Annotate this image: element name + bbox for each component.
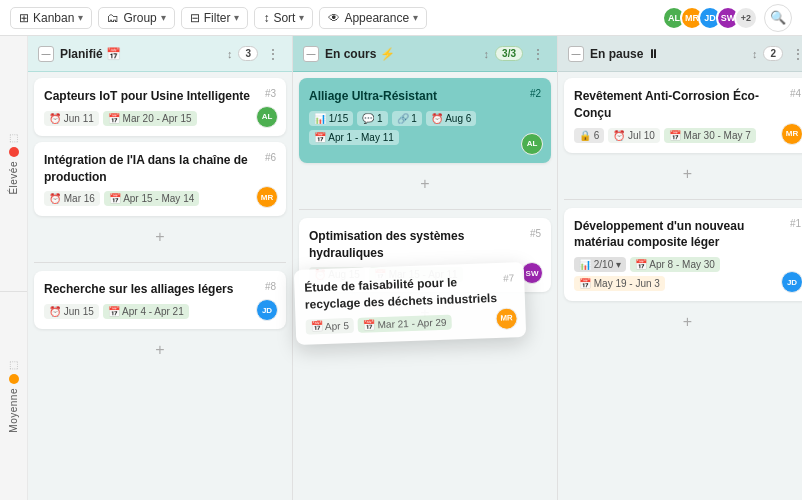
card-title: Optimisation des systèmes hydrauliques bbox=[309, 228, 524, 262]
add-card-btn-elevee-encours[interactable]: + bbox=[299, 169, 551, 199]
progress-tag: 📊 1/15 bbox=[309, 111, 353, 126]
collapse-btn[interactable]: — bbox=[38, 46, 54, 62]
column-menu-icon[interactable]: ⋮ bbox=[529, 46, 547, 62]
priority-dot-moyenne bbox=[9, 374, 19, 384]
card-alliage-ultra[interactable]: Alliage Ultra-Résistant #2 📊 1/15 💬 1 🔗 … bbox=[299, 78, 551, 163]
card-meta: 📊 2/10 ▾ 📅 Apr 8 - May 30 📅 May 19 - Jun… bbox=[574, 257, 801, 291]
column-menu-icon[interactable]: ⋮ bbox=[264, 46, 282, 62]
card-avatar: AL bbox=[521, 133, 543, 155]
chevron-down-icon: ▾ bbox=[234, 12, 239, 23]
column-count-encours: 3/3 bbox=[495, 46, 523, 61]
search-button[interactable]: 🔍 bbox=[764, 4, 792, 32]
column-title-enpause: En pause ⏸ bbox=[590, 47, 746, 61]
date-range-tag: 📅 Mar 21 - Apr 29 bbox=[358, 314, 452, 332]
card-id: #3 bbox=[265, 88, 276, 99]
card-ia-chaine[interactable]: Intégration de l'IA dans la chaîne de pr… bbox=[34, 142, 286, 217]
progress-tag: 📊 2/10 ▾ bbox=[574, 257, 626, 272]
date-range-tag: 📅 Apr 1 - May 11 bbox=[309, 130, 399, 145]
add-card-btn-moyenne-planifie[interactable]: + bbox=[34, 335, 286, 365]
card-title: Recherche sur les alliages légers bbox=[44, 281, 259, 298]
priority-section-elevee: ⬚ Élevée bbox=[0, 36, 27, 291]
due-date-tag: ⏰ Aug 6 bbox=[426, 111, 476, 126]
collapse-btn[interactable]: — bbox=[568, 46, 584, 62]
filter-icon: ⊟ bbox=[190, 11, 200, 25]
column-menu-icon[interactable]: ⋮ bbox=[789, 46, 802, 62]
card-meta: 📅 Apr 5 📅 Mar 21 - Apr 29 bbox=[305, 312, 515, 334]
filter-btn[interactable]: ⊟ Filter ▾ bbox=[181, 7, 249, 29]
avatar-overflow-badge: +2 bbox=[734, 6, 758, 30]
group-icon: 🗂 bbox=[107, 11, 119, 25]
card-title: Revêtement Anti-Corrosion Éco-Conçu bbox=[574, 88, 784, 122]
chevron-down-icon: ▾ bbox=[78, 12, 83, 23]
card-anticorrosion[interactable]: Revêtement Anti-Corrosion Éco-Conçu #4 🔒… bbox=[564, 78, 802, 153]
link-tag: 🔗 1 bbox=[392, 111, 422, 126]
priority-label-elevee: Élevée bbox=[8, 161, 19, 195]
card-meta: ⏰ Mar 16 📅 Apr 15 - May 14 bbox=[44, 191, 276, 206]
card-avatar: MR bbox=[495, 307, 518, 330]
column-count-enpause: 2 bbox=[763, 46, 783, 61]
priority-label-moyenne: Moyenne bbox=[8, 388, 19, 433]
lock-badge: 🔒 6 bbox=[574, 128, 604, 143]
appearance-btn[interactable]: 👁 Appearance ▾ bbox=[319, 7, 427, 29]
kanban-icon: ⊞ bbox=[19, 11, 29, 25]
section-divider-moyenne-encours bbox=[299, 205, 551, 212]
date-range-tag-1: 📅 Apr 8 - May 30 bbox=[630, 257, 720, 272]
due-date-tag: ⏰ Mar 16 bbox=[44, 191, 100, 206]
comment-tag: 💬 1 bbox=[357, 111, 387, 126]
avatar-stack: AL MR JD SW +2 bbox=[662, 6, 758, 30]
priority-sidebar: ⬚ Élevée ⬚ Moyenne bbox=[0, 36, 28, 500]
card-id: #1 bbox=[790, 218, 801, 229]
floating-card-wrapper: Étude de faisabilité pour le recyclage d… bbox=[295, 266, 525, 341]
collapse-icon: ⬚ bbox=[9, 132, 18, 143]
column-title-planifie: Planifié 📅 bbox=[60, 47, 221, 61]
due-date-tag: ⏰ Jun 15 bbox=[44, 304, 99, 319]
sort-column-icon[interactable]: ↕ bbox=[227, 48, 233, 60]
column-planifie: — Planifié 📅 ↕ 3 ⋮ Capteurs IoT pour Usi… bbox=[28, 36, 293, 500]
chevron-down-icon: ▾ bbox=[299, 12, 304, 23]
date-range-tag: 📅 Apr 4 - Apr 21 bbox=[103, 304, 189, 319]
card-meta: ⏰ Jun 15 📅 Apr 4 - Apr 21 bbox=[44, 304, 276, 319]
priority-section-moyenne: ⬚ Moyenne bbox=[0, 291, 27, 500]
sort-column-icon[interactable]: ↕ bbox=[752, 48, 758, 60]
column-count-planifie: 3 bbox=[238, 46, 258, 61]
card-alliages-legers[interactable]: Recherche sur les alliages légers #8 ⏰ J… bbox=[34, 271, 286, 329]
card-avatar: AL bbox=[256, 106, 278, 128]
add-card-btn-elevee-enpause[interactable]: + bbox=[564, 159, 802, 189]
kanban-view-btn[interactable]: ⊞ Kanban ▾ bbox=[10, 7, 92, 29]
card-etude-faisabilite[interactable]: Étude de faisabilité pour le recyclage d… bbox=[294, 262, 526, 345]
chevron-down-icon: ▾ bbox=[413, 12, 418, 23]
card-title: Étude de faisabilité pour le recyclage d… bbox=[304, 273, 498, 313]
card-id: #2 bbox=[530, 88, 541, 99]
section-divider-moyenne-enpause bbox=[564, 195, 802, 202]
date-range-tag: 📅 Apr 15 - May 14 bbox=[104, 191, 199, 206]
card-capteurs-iot[interactable]: Capteurs IoT pour Usine Intelligente #3 … bbox=[34, 78, 286, 136]
card-title: Alliage Ultra-Résistant bbox=[309, 88, 524, 105]
date-range-tag-2: 📅 May 19 - Jun 3 bbox=[574, 276, 665, 291]
card-title: Intégration de l'IA dans la chaîne de pr… bbox=[44, 152, 259, 186]
card-id: #5 bbox=[530, 228, 541, 239]
sort-icon: ↕ bbox=[263, 11, 269, 25]
group-label: Group bbox=[123, 11, 156, 25]
card-avatar: MR bbox=[781, 123, 802, 145]
column-header-planifie: — Planifié 📅 ↕ 3 ⋮ bbox=[28, 36, 292, 72]
priority-dot-elevee bbox=[9, 147, 19, 157]
column-header-encours: — En cours ⚡ ↕ 3/3 ⋮ bbox=[293, 36, 557, 72]
sort-column-icon[interactable]: ↕ bbox=[484, 48, 490, 60]
sort-btn[interactable]: ↕ Sort ▾ bbox=[254, 7, 313, 29]
add-card-btn-elevee-planifie[interactable]: + bbox=[34, 222, 286, 252]
collapse-icon: ⬚ bbox=[9, 359, 18, 370]
view-title: Kanban bbox=[33, 11, 74, 25]
card-materiau-composite[interactable]: Développement d'un nouveau matériau comp… bbox=[564, 208, 802, 302]
sort-label: Sort bbox=[273, 11, 295, 25]
section-divider-moyenne bbox=[34, 258, 286, 265]
group-btn[interactable]: 🗂 Group ▾ bbox=[98, 7, 174, 29]
column-title-encours: En cours ⚡ bbox=[325, 47, 478, 61]
filter-label: Filter bbox=[204, 11, 231, 25]
card-meta: 📊 1/15 💬 1 🔗 1 ⏰ Aug 6 📅 Apr 1 - May 11 bbox=[309, 111, 541, 145]
collapse-btn[interactable]: — bbox=[303, 46, 319, 62]
date-range-tag: 📅 Mar 20 - Apr 15 bbox=[103, 111, 197, 126]
add-card-btn-moyenne-enpause[interactable]: + bbox=[564, 307, 802, 337]
due-date-tag: 📅 Apr 5 bbox=[305, 318, 354, 335]
chevron-down-icon: ▾ bbox=[161, 12, 166, 23]
date-range-tag: 📅 Mar 30 - May 7 bbox=[664, 128, 756, 143]
